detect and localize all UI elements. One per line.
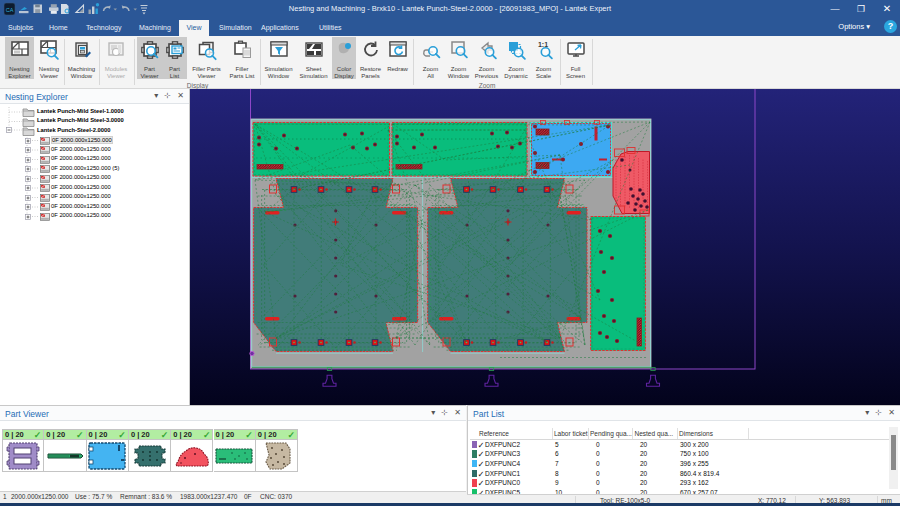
svg-text:CA: CA <box>6 7 14 13</box>
svg-text:1:1: 1:1 <box>537 41 547 48</box>
